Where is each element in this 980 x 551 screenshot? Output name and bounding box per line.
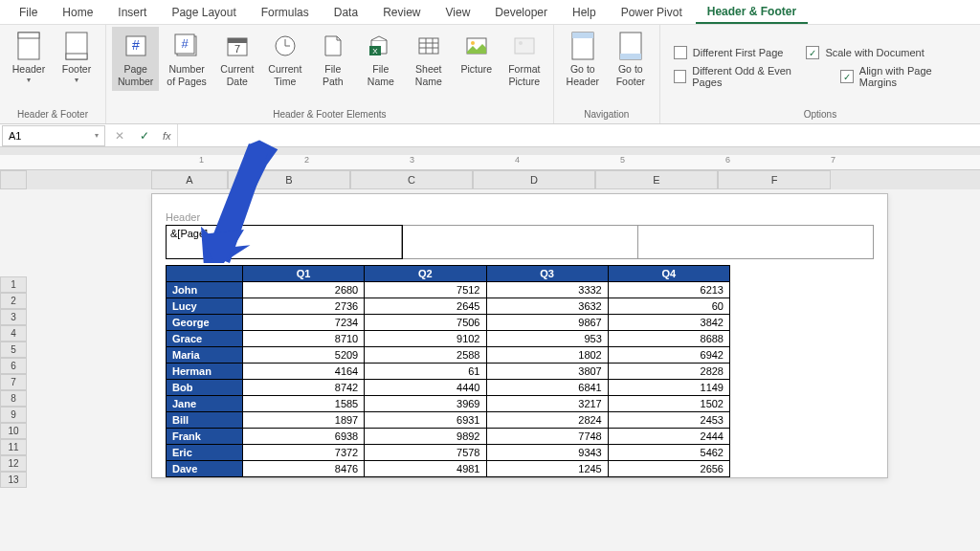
data-cell[interactable]: 7234: [243, 315, 365, 331]
row-header-4[interactable]: 4: [0, 325, 27, 342]
go-to-footer-button[interactable]: Go toFooter: [608, 27, 654, 91]
data-cell[interactable]: 5209: [243, 347, 365, 364]
data-cell[interactable]: 9343: [486, 445, 608, 461]
option-different-first-page[interactable]: Different First Page: [674, 46, 784, 59]
name-cell[interactable]: Lucy: [167, 298, 243, 315]
data-cell[interactable]: 9892: [365, 429, 486, 445]
data-cell[interactable]: 7506: [365, 315, 486, 331]
data-cell[interactable]: 5462: [608, 445, 729, 461]
menu-tab-page-layout[interactable]: Page Layout: [160, 2, 247, 23]
data-cell[interactable]: 2645: [365, 298, 486, 315]
data-cell[interactable]: 2444: [608, 429, 729, 445]
sheet-name-button[interactable]: SheetName: [406, 27, 452, 91]
name-box[interactable]: A1 ▾: [2, 125, 105, 146]
table-header[interactable]: Q2: [365, 266, 486, 282]
current-date-button[interactable]: 7CurrentDate: [214, 27, 260, 91]
select-all-corner[interactable]: [0, 170, 27, 189]
data-cell[interactable]: 8742: [243, 380, 365, 396]
data-cell[interactable]: 2828: [608, 364, 729, 380]
option-scale-with-document[interactable]: ✓Scale with Document: [806, 46, 924, 59]
menu-tab-power-pivot[interactable]: Power Pivot: [610, 2, 694, 23]
name-cell[interactable]: Dave: [167, 461, 243, 477]
data-cell[interactable]: 1802: [486, 347, 608, 364]
cancel-icon[interactable]: ✕: [107, 129, 132, 143]
col-header-d[interactable]: D: [473, 170, 595, 189]
menu-tab-data[interactable]: Data: [323, 2, 369, 23]
data-cell[interactable]: 7372: [243, 445, 365, 461]
formula-input[interactable]: [177, 124, 980, 146]
data-cell[interactable]: 8688: [608, 331, 729, 347]
data-cell[interactable]: 8476: [243, 461, 365, 477]
name-cell[interactable]: Eric: [167, 445, 243, 461]
name-cell[interactable]: George: [167, 315, 243, 331]
data-cell[interactable]: 3217: [486, 396, 608, 412]
name-cell[interactable]: Grace: [167, 331, 243, 347]
file-name-button[interactable]: XFileName: [358, 27, 404, 91]
row-header-1[interactable]: 1: [0, 276, 27, 293]
header-center-box[interactable]: [402, 226, 637, 258]
option-different-odd-even-pages[interactable]: Different Odd & Even Pages: [674, 65, 818, 88]
data-cell[interactable]: 6931: [365, 412, 486, 429]
name-cell[interactable]: Frank: [167, 429, 243, 445]
data-cell[interactable]: 3807: [486, 364, 608, 380]
menu-tab-insert[interactable]: Insert: [106, 2, 158, 23]
data-cell[interactable]: 7748: [486, 429, 608, 445]
data-cell[interactable]: 2453: [608, 412, 729, 429]
name-cell[interactable]: Bob: [167, 380, 243, 396]
row-header-7[interactable]: 7: [0, 374, 27, 390]
enter-icon[interactable]: ✓: [132, 129, 157, 143]
table-header[interactable]: [167, 266, 243, 282]
page-number-button[interactable]: #PageNumber: [112, 27, 159, 91]
data-cell[interactable]: 6942: [608, 347, 729, 364]
data-cell[interactable]: 9867: [486, 315, 608, 331]
row-header-13[interactable]: 13: [0, 472, 27, 488]
name-cell[interactable]: John: [167, 282, 243, 298]
row-header-10[interactable]: 10: [0, 423, 27, 439]
data-cell[interactable]: 6841: [486, 380, 608, 396]
number-of-pages-button[interactable]: ##Numberof Pages: [161, 27, 212, 91]
data-cell[interactable]: 61: [365, 364, 486, 380]
menu-tab-view[interactable]: View: [434, 2, 482, 23]
menu-tab-formulas[interactable]: Formulas: [250, 2, 321, 23]
name-cell[interactable]: Bill: [167, 412, 243, 429]
data-cell[interactable]: 2824: [486, 412, 608, 429]
col-header-e[interactable]: E: [595, 170, 718, 189]
data-cell[interactable]: 6213: [608, 282, 729, 298]
table-header[interactable]: Q1: [243, 266, 365, 282]
data-cell[interactable]: 3632: [486, 298, 608, 315]
row-header-9[interactable]: 9: [0, 407, 27, 423]
fx-icon[interactable]: fx: [157, 130, 177, 142]
option-align-with-page-margins[interactable]: ✓Align with Page Margins: [840, 65, 967, 88]
menu-tab-review[interactable]: Review: [371, 2, 432, 23]
data-cell[interactable]: 7578: [365, 445, 486, 461]
row-header-11[interactable]: 11: [0, 439, 27, 455]
data-cell[interactable]: 2656: [608, 461, 729, 477]
menu-tab-file[interactable]: File: [8, 2, 49, 23]
menu-tab-developer[interactable]: Developer: [483, 2, 559, 23]
data-cell[interactable]: 3332: [486, 282, 608, 298]
data-cell[interactable]: 9102: [365, 331, 486, 347]
header-right-box[interactable]: [638, 226, 873, 258]
data-cell[interactable]: 3969: [365, 396, 486, 412]
data-cell[interactable]: 3842: [608, 315, 729, 331]
data-cell[interactable]: 1149: [608, 380, 729, 396]
data-cell[interactable]: 1502: [608, 396, 729, 412]
row-header-2[interactable]: 2: [0, 293, 27, 309]
data-cell[interactable]: 1245: [486, 461, 608, 477]
name-cell[interactable]: Jane: [167, 396, 243, 412]
data-cell[interactable]: 7512: [365, 282, 486, 298]
data-cell[interactable]: 1897: [243, 412, 365, 429]
name-cell[interactable]: Maria: [167, 347, 243, 364]
picture-button[interactable]: Picture: [454, 27, 500, 79]
data-cell[interactable]: 2736: [243, 298, 365, 315]
table-header[interactable]: Q3: [486, 266, 608, 282]
data-cell[interactable]: 60: [608, 298, 729, 315]
data-cell[interactable]: 6938: [243, 429, 365, 445]
table-header[interactable]: Q4: [608, 266, 729, 282]
menu-tab-help[interactable]: Help: [561, 2, 608, 23]
data-cell[interactable]: 2588: [365, 347, 486, 364]
data-cell[interactable]: 4440: [365, 380, 486, 396]
col-header-f[interactable]: F: [718, 170, 831, 189]
header-button[interactable]: Header ▾: [6, 27, 52, 88]
data-cell[interactable]: 2680: [243, 282, 365, 298]
